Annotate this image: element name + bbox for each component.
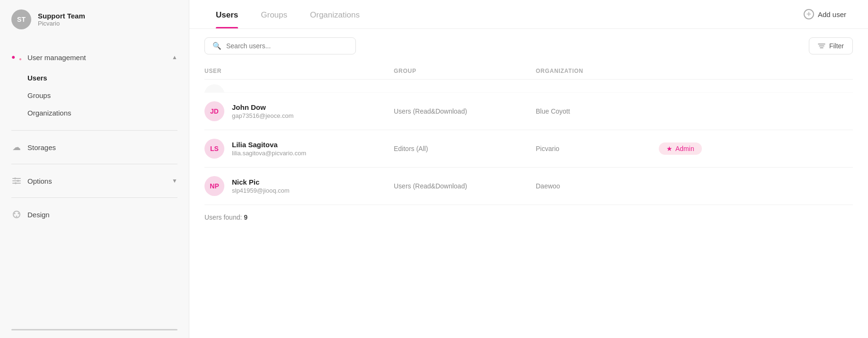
user-name-lilia-sagitova: Lilia Sagitova [232, 141, 306, 149]
group-cell-nick-pic: Users (Read&Download) [394, 182, 536, 190]
svg-point-5 [15, 182, 17, 184]
svg-point-8 [18, 213, 19, 214]
team-name: Support Team [38, 12, 85, 20]
table-row[interactable]: NP Nick Pic slp41959@jiooq.com Users (Re… [204, 168, 853, 205]
divider-1 [11, 130, 177, 131]
user-mgmt-icon [11, 52, 22, 62]
col-header-extra [659, 68, 853, 74]
sidebar-header: ST Support Team Picvario [0, 0, 189, 39]
svg-point-1 [14, 178, 16, 179]
svg-point-3 [17, 180, 19, 182]
search-input[interactable] [226, 42, 348, 50]
user-cell-lilia-sagitova: LS Lilia Sagitova lilia.sagitova@picvari… [204, 139, 394, 159]
avatar-nick-pic: NP [204, 176, 224, 196]
table-area: USER GROUP ORGANIZATION — — JD John Dow [189, 63, 868, 338]
sidebar-item-organizations[interactable]: Organizations [0, 104, 189, 122]
partial-user-name: — [232, 90, 239, 93]
chevron-down-icon: ▼ [172, 178, 177, 184]
filter-label: Filter [829, 42, 844, 50]
sidebar-section-header-user-management[interactable]: User management ▲ [0, 47, 189, 67]
team-info: Support Team Picvario [38, 12, 85, 27]
divider-2 [11, 164, 177, 164]
group-cell-john-dow: Users (Read&Download) [394, 107, 536, 115]
user-management-sub-items: Users Groups Organizations [0, 67, 189, 124]
org-cell-nick-pic: Daewoo [536, 182, 659, 190]
team-avatar: ST [11, 9, 31, 29]
sidebar-section-header-options[interactable]: Options ▼ [0, 171, 189, 191]
add-user-button[interactable]: + Add user [797, 5, 853, 23]
admin-badge: ★ Admin [659, 142, 702, 155]
org-cell-john-dow: Blue Coyott [536, 107, 659, 115]
user-email-nick-pic: slp41959@jiooq.com [232, 187, 290, 194]
sidebar-item-groups[interactable]: Groups [0, 87, 189, 104]
org-cell-lilia-sagitova: Picvario [536, 145, 659, 152]
sidebar-bottom-line [11, 329, 177, 330]
avatar-lilia-sagitova: LS [204, 139, 224, 159]
admin-label: Admin [675, 145, 694, 152]
svg-point-7 [14, 213, 16, 214]
col-header-user: USER [204, 68, 394, 74]
avatar-john-dow: JD [204, 101, 224, 121]
col-header-group: GROUP [394, 68, 536, 74]
toolbar: 🔍 Filter [189, 29, 868, 63]
user-email-lilia-sagitova: lilia.sagitova@picvario.com [232, 150, 306, 157]
user-cell-john-dow: JD John Dow gap73516@jeoce.com [204, 101, 394, 121]
tab-users[interactable]: Users [204, 0, 249, 28]
users-count: 9 [244, 213, 248, 221]
main-content: Users Groups Organizations + Add user 🔍 … [189, 0, 868, 338]
chevron-up-icon: ▲ [172, 54, 177, 61]
col-header-organization: ORGANIZATION [536, 68, 659, 74]
divider-3 [11, 197, 177, 198]
filter-icon [818, 42, 825, 50]
users-found-label: Users found: [204, 213, 242, 221]
user-email-john-dow: gap73516@jeoce.com [232, 112, 293, 119]
tab-organizations[interactable]: Organizations [299, 0, 371, 28]
user-name-nick-pic: Nick Pic [232, 178, 290, 186]
sidebar-section-header-design[interactable]: Design [0, 205, 189, 224]
design-label: Design [27, 211, 177, 219]
sidebar: ST Support Team Picvario User management… [0, 0, 189, 338]
add-icon: + [804, 9, 814, 19]
partial-table-row: — — [204, 80, 853, 93]
user-name-john-dow: John Dow [232, 103, 293, 111]
table-header: USER GROUP ORGANIZATION [204, 63, 853, 80]
team-sub: Picvario [38, 20, 85, 27]
add-user-label: Add user [818, 10, 846, 18]
svg-point-9 [16, 216, 18, 217]
options-icon [11, 176, 22, 186]
sidebar-item-users[interactable]: Users [0, 69, 189, 87]
star-icon: ★ [666, 145, 673, 152]
partial-avatar: — [204, 84, 224, 93]
group-cell-lilia-sagitova: Editors (All) [394, 145, 536, 152]
sidebar-section-options: Options ▼ [0, 167, 189, 195]
partial-user-cell: — — [204, 84, 394, 93]
table-row[interactable]: JD John Dow gap73516@jeoce.com Users (Re… [204, 93, 853, 130]
options-label: Options [27, 177, 166, 185]
table-row[interactable]: LS Lilia Sagitova lilia.sagitova@picvari… [204, 130, 853, 168]
search-icon: 🔍 [213, 42, 221, 50]
sidebar-section-user-management: User management ▲ Users Groups Organizat… [0, 44, 189, 127]
sidebar-section-design: Design [0, 201, 189, 228]
search-box: 🔍 [204, 37, 356, 54]
table-footer: Users found: 9 [204, 205, 853, 230]
design-icon [11, 209, 22, 220]
filter-button[interactable]: Filter [809, 37, 853, 54]
user-management-label: User management [27, 53, 166, 62]
sidebar-section-storages: ☁ Storages [0, 133, 189, 161]
storages-label: Storages [27, 143, 177, 151]
user-cell-nick-pic: NP Nick Pic slp41959@jiooq.com [204, 176, 394, 196]
badge-cell-lilia-sagitova: ★ Admin [659, 142, 853, 155]
sidebar-section-header-storages[interactable]: ☁ Storages [0, 137, 189, 157]
tabs-bar: Users Groups Organizations + Add user [189, 0, 868, 29]
cloud-icon: ☁ [11, 142, 22, 152]
sidebar-nav: User management ▲ Users Groups Organizat… [0, 39, 189, 329]
tab-groups[interactable]: Groups [249, 0, 299, 28]
